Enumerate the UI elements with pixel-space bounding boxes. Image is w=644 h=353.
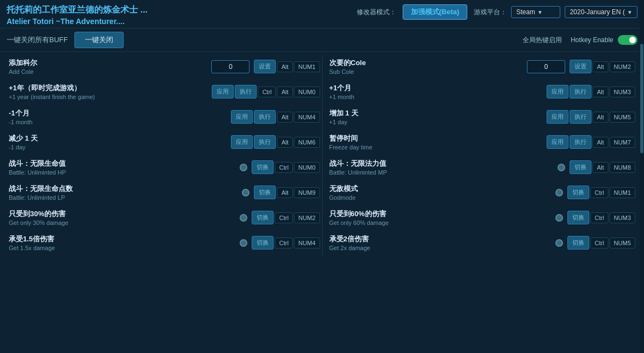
cheat-name-en: Battle: Unliminted MP bbox=[329, 169, 553, 176]
action-button[interactable]: 设置 bbox=[254, 60, 276, 73]
key-tag-1: Ctrl bbox=[275, 162, 293, 173]
key-tag-1: Alt bbox=[277, 61, 293, 72]
key-tag-2: NUM5 bbox=[610, 112, 635, 123]
key-group: 应用执行AltNUM4 bbox=[231, 110, 320, 124]
cheat-name-en: +1 day bbox=[329, 119, 542, 125]
cheat-row: 战斗：无限生命点数Battle: Unliminted LP切换AltNUM9 bbox=[9, 180, 320, 205]
cheat-name-cn: -1个月 bbox=[9, 108, 227, 118]
title-block: 托托莉的工作室亚兰德的炼金术士 ... Atelier Totori ~The … bbox=[7, 4, 148, 26]
hotkey-label-cn: 全局热键启用 bbox=[523, 36, 562, 45]
key-tag-1: Alt bbox=[593, 162, 608, 173]
platform-select[interactable]: Steam ▼ bbox=[511, 6, 560, 18]
key-tag-1: Ctrl bbox=[590, 238, 608, 248]
cheat-name-en: Godmode bbox=[329, 194, 551, 201]
cheat-row: +1个月+1 month应用执行AltNUM3 bbox=[329, 79, 636, 105]
cheat-info: 战斗：无限生命点数Battle: Unliminted LP bbox=[9, 184, 237, 201]
key-tag-2: NUM8 bbox=[610, 162, 635, 173]
toggle-circle[interactable] bbox=[240, 214, 247, 222]
value-input[interactable] bbox=[211, 60, 250, 73]
key-group: 切换CtrlNUM0 bbox=[252, 160, 320, 174]
mode-button[interactable]: 加强模式(Beta) bbox=[403, 4, 468, 20]
key-tag-1: Ctrl bbox=[590, 187, 608, 198]
toggle-circle[interactable] bbox=[242, 189, 250, 196]
action-button[interactable]: 设置 bbox=[570, 60, 591, 73]
toggle-circle[interactable] bbox=[555, 239, 563, 247]
key-group: 切换CtrlNUM3 bbox=[567, 211, 635, 224]
key-tag-1: Ctrl bbox=[258, 86, 276, 97]
toggle-circle[interactable] bbox=[555, 189, 563, 196]
toggle-circle[interactable] bbox=[240, 164, 247, 171]
key-group: 切换AltNUM8 bbox=[570, 160, 635, 174]
toolbar-left: 一键关闭所有BUFF 一键关闭 bbox=[7, 32, 124, 48]
toggle-button[interactable]: 切换 bbox=[567, 186, 589, 199]
title-sub: Atelier Totori ~The Adventurer.... bbox=[7, 17, 148, 26]
exec-button[interactable]: 执行 bbox=[570, 135, 591, 149]
cheat-info: 次要的ColeSub Cole bbox=[329, 58, 523, 75]
key-group: 切换CtrlNUM2 bbox=[252, 211, 320, 224]
cheat-name-en: Get only 60% damage bbox=[329, 219, 551, 226]
toggle-button[interactable]: 切换 bbox=[567, 211, 589, 224]
cheat-name-cn: 添加科尔 bbox=[9, 58, 207, 68]
key-tag-2: NUM2 bbox=[294, 212, 320, 223]
key-tag-1: Alt bbox=[593, 112, 608, 123]
key-tag-2: NUM1 bbox=[610, 187, 635, 198]
cheat-row: 减少 1 天-1 day应用执行AltNUM6 bbox=[9, 130, 320, 155]
version-value: 2020-January EN ( bbox=[570, 8, 625, 16]
value-input[interactable] bbox=[527, 60, 565, 73]
toggle-button[interactable]: 切换 bbox=[252, 211, 274, 224]
cheat-name-cn: 减少 1 天 bbox=[9, 134, 227, 143]
cheat-name-cn: 无敌模式 bbox=[329, 184, 551, 194]
toggle-button[interactable]: 切换 bbox=[570, 160, 591, 174]
exec-button[interactable]: 执行 bbox=[235, 85, 257, 99]
toggle-circle[interactable] bbox=[240, 239, 247, 247]
toggle-button[interactable]: 切换 bbox=[252, 160, 274, 174]
cheat-name-en: -1 day bbox=[9, 144, 227, 151]
all-off-button[interactable]: 一键关闭 bbox=[74, 32, 124, 48]
cheat-info: 只受到60%的伤害Get only 60% damage bbox=[329, 209, 551, 226]
toggle-button[interactable]: 切换 bbox=[567, 236, 589, 250]
cheat-row: 承受1.5倍伤害Get 1.5x damage切换CtrlNUM4 bbox=[9, 230, 320, 256]
cheat-info: -1个月-1 month bbox=[9, 108, 227, 125]
toggle-button[interactable]: 切换 bbox=[254, 186, 276, 199]
exec-button[interactable]: 执行 bbox=[570, 85, 591, 99]
key-group: 应用执行AltNUM5 bbox=[547, 110, 635, 124]
key-tag-2: NUM6 bbox=[294, 137, 320, 148]
key-tag-2: NUM1 bbox=[294, 61, 320, 72]
cheat-name-en: -1 month bbox=[9, 119, 227, 125]
cheat-name-cn: 增加 1 天 bbox=[329, 108, 542, 118]
cheat-info: 无敌模式Godmode bbox=[329, 184, 551, 201]
key-group: 应用执行AltNUM3 bbox=[547, 85, 635, 99]
apply-button[interactable]: 应用 bbox=[231, 135, 253, 149]
toggle-button[interactable]: 切换 bbox=[252, 236, 274, 250]
cheat-name-cn: 战斗：无限法力值 bbox=[329, 159, 553, 169]
version-select[interactable]: 2020-January EN ( ▼ bbox=[565, 6, 637, 18]
key-tag-2: NUM5 bbox=[610, 238, 635, 248]
title-main: 托托莉的工作室亚兰德的炼金术士 ... bbox=[7, 4, 148, 16]
apply-button[interactable]: 应用 bbox=[212, 85, 234, 99]
exec-button[interactable]: 执行 bbox=[570, 110, 591, 124]
exec-button[interactable]: 执行 bbox=[254, 110, 276, 124]
hotkey-label-en: Hotkey Enable bbox=[571, 36, 613, 44]
cheat-name-cn: 承受2倍伤害 bbox=[329, 234, 551, 244]
apply-button[interactable]: 应用 bbox=[231, 110, 253, 124]
scrollbar[interactable] bbox=[640, 0, 644, 353]
key-group: 设置AltNUM1 bbox=[254, 60, 320, 73]
apply-button[interactable]: 应用 bbox=[547, 135, 568, 149]
key-tag-3: NUM0 bbox=[294, 86, 320, 97]
version-chevron: ▼ bbox=[627, 9, 633, 15]
header: 托托莉的工作室亚兰德的炼金术士 ... Atelier Totori ~The … bbox=[0, 0, 644, 28]
toggle-circle[interactable] bbox=[558, 164, 565, 171]
key-tag-2: NUM2 bbox=[610, 61, 635, 72]
exec-button[interactable]: 执行 bbox=[254, 135, 276, 149]
key-group: 切换CtrlNUM1 bbox=[567, 186, 635, 199]
toggle-circle[interactable] bbox=[555, 214, 563, 222]
cheat-row: -1个月-1 month应用执行AltNUM4 bbox=[9, 105, 320, 130]
apply-button[interactable]: 应用 bbox=[547, 110, 568, 124]
key-group: 切换AltNUM9 bbox=[254, 186, 320, 199]
apply-button[interactable]: 应用 bbox=[547, 85, 568, 99]
key-group: 设置AltNUM2 bbox=[570, 60, 635, 73]
cheat-row: 增加 1 天+1 day应用执行AltNUM5 bbox=[329, 105, 636, 130]
key-tag-1: Ctrl bbox=[590, 212, 608, 223]
hotkey-toggle[interactable] bbox=[618, 35, 637, 45]
cheat-name-en: Battle: Unliminted LP bbox=[9, 194, 237, 201]
